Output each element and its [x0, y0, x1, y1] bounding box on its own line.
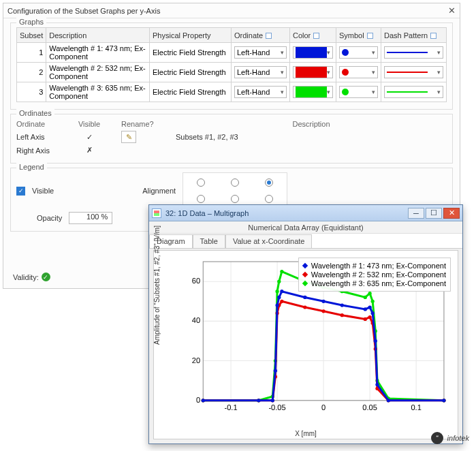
ord-row-right: Right Axis ✗ [16, 144, 447, 156]
col-subset[interactable]: Subset [17, 28, 46, 43]
svg-text:60: 60 [192, 277, 200, 285]
graphs-group-title: Graphs [16, 18, 46, 26]
chevron-down-icon: ▾ [327, 69, 330, 76]
col-symbol[interactable]: Symbol [336, 28, 381, 43]
col-desc[interactable]: Description [46, 28, 150, 43]
ordinates-title: Ordinates [16, 109, 54, 117]
svg-point-30 [368, 292, 371, 295]
svg-point-57 [275, 303, 279, 307]
symbol-combo: ▾ [339, 46, 378, 59]
legend-visible-label: Visible [32, 187, 54, 195]
mg-titlebar[interactable]: 32: 1D Data – Multigraph ─ ☐ ✕ [149, 205, 462, 221]
svg-point-43 [303, 305, 306, 309]
svg-point-47 [368, 315, 371, 319]
color-combo: ▾ [293, 46, 333, 59]
table-row: 1 Wavelength # 1: 473 nm; Ex-Component E… [17, 43, 447, 63]
col-phys[interactable]: Physical Property [150, 28, 232, 43]
svg-point-62 [340, 303, 344, 307]
svg-text:0.1: 0.1 [411, 403, 421, 411]
color-combo: ▾ [293, 86, 333, 98]
svg-point-61 [321, 300, 325, 303]
rename-button[interactable]: ✎ [121, 131, 136, 143]
svg-text:-0.05: -0.05 [268, 403, 285, 411]
dash-combo: ▾ [384, 66, 443, 78]
col-dash[interactable]: Dash Pattern [381, 28, 447, 43]
chevron-down-icon: ▾ [281, 69, 284, 76]
y-axis-label: Amplitude of "Subsets #1, #2, #3" [V/m] [153, 226, 161, 345]
align-bl[interactable] [197, 195, 205, 203]
check-icon: ✓ [42, 273, 50, 281]
tab-value[interactable]: Value at x-Coordinate [225, 234, 313, 248]
align-tl[interactable] [197, 178, 205, 187]
svg-point-56 [274, 369, 277, 373]
mg-subtitle: Numerical Data Array (Equidistant) [149, 221, 462, 234]
svg-point-31 [371, 300, 375, 303]
svg-text:-0.1: -0.1 [224, 403, 237, 411]
svg-point-60 [303, 296, 306, 299]
ord-hdr-desc: Description [176, 120, 447, 128]
left-axis-visible[interactable]: ✓ [74, 133, 105, 142]
table-row: 3 Wavelength # 3: 635 nm; Ex-Component E… [17, 82, 447, 102]
svg-point-42 [280, 300, 283, 303]
chevron-down-icon: ▾ [372, 49, 375, 56]
mg-tabs: Diagram Table Value at x-Coordinate [149, 234, 462, 249]
svg-point-58 [277, 296, 281, 299]
svg-point-54 [257, 399, 260, 402]
col-ordinate[interactable]: Ordinate [232, 28, 290, 43]
tab-table[interactable]: Table [193, 234, 225, 248]
chevron-down-icon: ▾ [437, 69, 441, 76]
ord-row-left: Left Axis ✓ ✎ Subsets #1, #2, #3 [16, 129, 447, 144]
alignment-grid [183, 172, 287, 209]
svg-point-59 [280, 290, 283, 293]
col-color[interactable]: Color [290, 28, 336, 43]
svg-point-46 [364, 317, 367, 321]
alignment-label: Alignment [142, 187, 176, 195]
svg-text:0: 0 [196, 396, 200, 404]
svg-point-44 [321, 309, 325, 313]
opacity-input[interactable]: 100 % [69, 212, 112, 224]
svg-point-23 [275, 290, 279, 293]
svg-point-63 [364, 307, 367, 311]
chevron-down-icon: ▾ [372, 89, 375, 95]
color-combo: ▾ [293, 66, 333, 78]
legend-title: Legend [16, 163, 47, 171]
svg-text:0.05: 0.05 [362, 403, 377, 411]
svg-text:0: 0 [321, 403, 326, 411]
align-br[interactable] [265, 195, 273, 203]
svg-text:40: 40 [192, 316, 200, 324]
ordinate-combo: Left-Hand▾ [234, 86, 287, 98]
legend-marker-icon [302, 272, 307, 277]
align-tc[interactable] [231, 178, 239, 187]
align-bc[interactable] [231, 195, 239, 203]
ordinates-group: Ordinates Ordinate Visible Rename? Descr… [10, 114, 453, 164]
ord-hdr-rename: Rename? [121, 120, 159, 128]
legend-visible-check[interactable]: ✓ [16, 187, 25, 196]
ordinate-combo: Left-Hand▾ [234, 66, 287, 78]
maximize-button[interactable]: ☐ [426, 208, 442, 219]
legend-marker-icon [302, 281, 307, 286]
mg-title: 32: 1D Data – Multigraph [165, 209, 249, 217]
svg-point-45 [340, 313, 344, 317]
minimize-button[interactable]: ─ [408, 208, 424, 219]
opacity-label: Opacity [37, 214, 62, 222]
color-icon [313, 33, 319, 39]
chevron-down-icon: ▾ [437, 89, 441, 95]
svg-point-64 [368, 305, 371, 309]
watermark-icon: “ [431, 432, 443, 444]
dash-icon [430, 33, 437, 39]
svg-point-65 [371, 311, 375, 315]
symbol-combo: ▾ [339, 66, 378, 78]
multigraph-window: 32: 1D Data – Multigraph ─ ☐ ✕ Numerical… [148, 204, 463, 444]
right-axis-visible[interactable]: ✗ [74, 146, 105, 155]
align-tr[interactable] [265, 178, 273, 187]
ord-hdr-ordinate: Ordinate [16, 120, 57, 128]
ordinate-combo: Left-Hand▾ [234, 46, 287, 59]
close-icon[interactable]: ✕ [448, 5, 456, 16]
svg-point-24 [277, 280, 281, 283]
x-axis-label: X [mm] [154, 430, 458, 437]
chevron-down-icon: ▾ [327, 49, 330, 56]
legend-marker-icon [302, 263, 307, 268]
symbol-combo: ▾ [339, 86, 378, 98]
close-button[interactable]: ✕ [443, 208, 460, 219]
svg-point-25 [280, 270, 283, 273]
